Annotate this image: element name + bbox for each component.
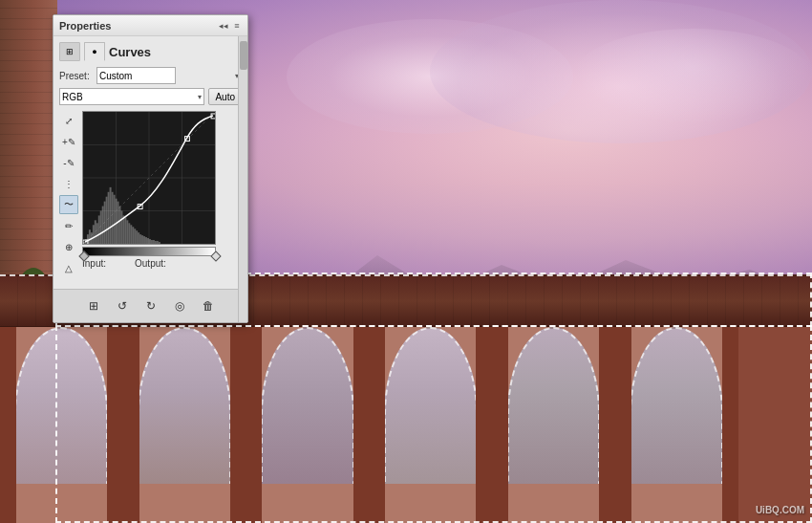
cloud-3 xyxy=(573,29,812,124)
arch-4 xyxy=(369,327,492,523)
preset-select-wrapper: Custom Default Strong Contrast Linear Me… xyxy=(96,67,242,84)
gradient-bar xyxy=(82,247,216,256)
tab-adjustments[interactable]: ⊞ xyxy=(59,42,80,61)
tool-delete-point[interactable]: -✎ xyxy=(59,153,78,172)
tool-target[interactable]: ⊕ xyxy=(59,237,78,256)
graph-area xyxy=(82,111,216,245)
preset-select[interactable]: Custom Default Strong Contrast Linear Me… xyxy=(96,67,176,84)
channel-select-wrapper: RGB Red Green Blue ▾ xyxy=(59,88,204,105)
arch-3 xyxy=(246,327,370,523)
channel-select[interactable]: RGB Red Green Blue xyxy=(59,88,204,105)
arch-1 xyxy=(0,327,123,523)
panel-collapse-btn[interactable]: ◂◂ xyxy=(219,21,228,31)
tool-region[interactable]: ⤢ xyxy=(59,111,78,130)
panel-scrollbar[interactable] xyxy=(238,36,247,322)
auto-button[interactable]: Auto xyxy=(208,88,242,105)
tool-smooth[interactable]: ⋮ xyxy=(59,174,78,193)
panel-titlebar: Properties ◂◂ ≡ xyxy=(53,15,247,36)
previous-button[interactable]: ↺ xyxy=(112,295,133,316)
visibility-button[interactable]: ◎ xyxy=(169,295,190,316)
preset-row: Preset: Custom Default Strong Contrast L… xyxy=(59,67,242,84)
add-mask-button[interactable]: ⊞ xyxy=(83,295,104,316)
tools-column: ⤢ +✎ -✎ ⋮ 〜 ✏ ⊕ △ xyxy=(59,111,78,277)
delete-button[interactable]: 🗑 xyxy=(198,295,219,316)
bottom-toolbar: ⊞ ↺ ↻ ◎ 🗑 xyxy=(53,289,247,322)
tool-add-point[interactable]: +✎ xyxy=(59,132,78,151)
next-button[interactable]: ↻ xyxy=(140,295,161,316)
properties-panel: Properties ◂◂ ≡ ⊞ ● Curves Preset: Custo… xyxy=(53,14,248,323)
watermark: UiBQ.COM xyxy=(756,505,804,515)
curves-graph[interactable]: Input: Output: xyxy=(82,111,242,277)
gradient-bar-container xyxy=(82,247,242,256)
panel-menu-btn[interactable]: ≡ xyxy=(232,21,242,31)
tab-curves-active[interactable]: ● xyxy=(84,42,105,61)
channel-row: RGB Red Green Blue ▾ Auto xyxy=(59,88,242,105)
arch-6 xyxy=(615,327,738,523)
curve-line xyxy=(83,112,215,244)
arch-row xyxy=(0,327,812,523)
section-title: Curves xyxy=(109,45,151,59)
arch-5 xyxy=(492,327,615,523)
tools-graph-area: ⤢ +✎ -✎ ⋮ 〜 ✏ ⊕ △ xyxy=(59,111,242,277)
tool-pencil[interactable]: ✏ xyxy=(59,216,78,235)
tool-curve[interactable]: 〜 xyxy=(59,195,78,214)
output-label: Output: xyxy=(135,258,166,269)
preset-label: Preset: xyxy=(59,71,93,81)
panel-title: Properties xyxy=(59,20,111,32)
arch-7 xyxy=(738,327,812,523)
panel-controls: ◂◂ ≡ xyxy=(219,21,242,31)
tab-row: ⊞ ● Curves xyxy=(59,42,242,61)
panel-body: ⊞ ● Curves Preset: Custom Default Strong… xyxy=(53,36,247,283)
arch-2 xyxy=(123,327,246,523)
scrollbar-thumb[interactable] xyxy=(240,41,247,70)
tool-clipping[interactable]: △ xyxy=(59,258,78,277)
